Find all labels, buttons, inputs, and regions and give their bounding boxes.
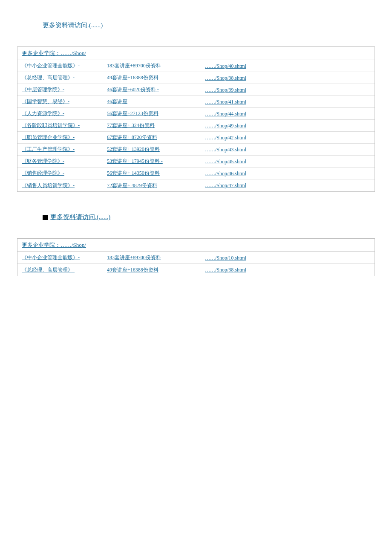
- col3-link[interactable]: ……/Shop/38.shtml: [205, 267, 246, 273]
- table2: 更多企业学院：……/Shop/ 《中小企业管理全能版》- 183套讲座+8970…: [17, 238, 375, 276]
- col3-cell: ……/Shop/42.shtml: [205, 134, 370, 141]
- col3-link[interactable]: ……/Shop/46.shtml: [205, 171, 246, 176]
- col2-cell: 67套讲座+ 8720份资料: [107, 134, 205, 141]
- col3-cell: ……/Shop/40.shtml: [205, 63, 370, 69]
- col3-cell: ……/Shop/38.shtml: [205, 75, 370, 81]
- col1-cell: 《中小企业管理全能版》-: [22, 62, 107, 69]
- col3-link[interactable]: ……/Shop/41.shtml: [205, 99, 246, 105]
- col1-link[interactable]: 《中层管理学院》-: [22, 87, 64, 92]
- col1-cell: 《总经理、高层管理》-: [22, 266, 107, 274]
- col3-cell: ……/Shop/47.shtml: [205, 182, 370, 189]
- col3-cell: ……/Shop/49.shtml: [205, 122, 370, 129]
- table-row: 《销售经理学院》- 56套讲座+ 14350份资料 ……/Shop/46.sht…: [17, 168, 375, 179]
- col2-link[interactable]: 46套讲座: [107, 98, 127, 104]
- col1-link[interactable]: 《中小企业管理全能版》-: [22, 254, 80, 260]
- col2-link[interactable]: 67套讲座+ 8720份资料: [107, 134, 157, 140]
- col3-link[interactable]: ……/Shop/42.shtml: [205, 135, 246, 141]
- col1-link[interactable]: 《销售经理学院》-: [22, 170, 64, 176]
- col2-link[interactable]: 72套讲座+ 4879份资料: [107, 182, 157, 188]
- col2-link[interactable]: 183套讲座+89700份资料: [107, 63, 161, 69]
- col3-link[interactable]: ……/Shop/47.shtml: [205, 182, 246, 188]
- col2-link[interactable]: 52套讲座+ 13920份资料: [107, 146, 160, 152]
- col1-cell: 《销售经理学院》-: [22, 170, 107, 177]
- top-visit-link[interactable]: 更多资料请访问.(......): [43, 22, 103, 29]
- col3-link[interactable]: ……/Shop/44.shtml: [205, 111, 246, 117]
- col2-cell: 49套讲座+16388份资料: [107, 266, 205, 274]
- col1-link[interactable]: 《各阶段职员培训学院》-: [22, 122, 80, 128]
- table-row: 《工厂生产管理学院》- 52套讲座+ 13920份资料 ……/Shop/43.s…: [17, 144, 375, 156]
- col1-link[interactable]: 《总经理、高层管理》-: [22, 75, 75, 81]
- col3-cell: ……/Shop/10.shtml: [205, 254, 370, 261]
- col1-cell: 《职员管理企业学院》-: [22, 134, 107, 141]
- col1-link[interactable]: 《财务管理学院》-: [22, 158, 64, 164]
- table1-header-link[interactable]: 更多企业学院：……/Shop/: [22, 50, 86, 56]
- table2-header-link[interactable]: 更多企业学院：……/Shop/: [22, 242, 86, 248]
- col1-link[interactable]: 《工厂生产管理学院》-: [22, 146, 75, 152]
- col1-link[interactable]: 《中小企业管理全能版》-: [22, 63, 80, 69]
- col2-cell: 56套讲座+27123份资料: [107, 110, 205, 117]
- col2-link[interactable]: 183套讲座+89700份资料: [107, 254, 161, 260]
- table-row: 《总经理、高层管理》- 49套讲座+16388份资料 ……/Shop/38.sh…: [17, 264, 375, 276]
- col3-link[interactable]: ……/Shop/10.shtml: [205, 255, 246, 261]
- table-row: 《财务管理学院》- 53套讲座+ 17945份资料 - ……/Shop/45.s…: [17, 156, 375, 168]
- col2-link[interactable]: 56套讲座+ 14350份资料: [107, 170, 160, 176]
- col1-cell: 《中层管理学院》-: [22, 86, 107, 93]
- table-row: 《中层管理学院》- 46套讲座+6020份资料 - ……/Shop/39.sht…: [17, 84, 375, 96]
- col2-link[interactable]: 49套讲座+16388份资料: [107, 75, 159, 81]
- table-row: 《职员管理企业学院》- 67套讲座+ 8720份资料 ……/Shop/42.sh…: [17, 132, 375, 144]
- col3-cell: ……/Shop/43.shtml: [205, 146, 370, 153]
- col2-link[interactable]: 77套讲座+ 324份资料: [107, 122, 155, 128]
- table-row: 《总经理、高层管理》- 49套讲座+16388份资料 ……/Shop/38.sh…: [17, 72, 375, 84]
- table1: 更多企业学院：……/Shop/ 《中小企业管理全能版》- 183套讲座+8970…: [17, 46, 375, 192]
- top-link-section: 更多资料请访问.(......): [17, 9, 375, 38]
- col3-cell: ……/Shop/39.shtml: [205, 87, 370, 93]
- col2-cell: 53套讲座+ 17945份资料 -: [107, 158, 205, 165]
- table-row: 《销售人员培训学院》- 72套讲座+ 4879份资料 ……/Shop/47.sh…: [17, 179, 375, 191]
- black-square-icon: [43, 215, 48, 220]
- col3-link[interactable]: ……/Shop/43.shtml: [205, 147, 246, 153]
- col1-link[interactable]: 《职员管理企业学院》-: [22, 134, 75, 140]
- table2-header-row: 更多企业学院：……/Shop/: [17, 239, 375, 252]
- col2-cell: 77套讲座+ 324份资料: [107, 122, 205, 129]
- col1-cell: 《国学智慧、易经》-: [22, 98, 107, 105]
- col3-link[interactable]: ……/Shop/38.shtml: [205, 75, 246, 81]
- col2-link[interactable]: 49套讲座+16388份资料: [107, 267, 159, 273]
- col3-cell: ……/Shop/45.shtml: [205, 158, 370, 165]
- col1-cell: 《工厂生产管理学院》-: [22, 146, 107, 153]
- col2-cell: 49套讲座+16388份资料: [107, 74, 205, 81]
- table-row: 《中小企业管理全能版》- 183套讲座+89700份资料 ……/Shop/40.…: [17, 60, 375, 72]
- table-row: 《国学智慧、易经》- 46套讲座 ……/Shop/41.shtml: [17, 96, 375, 108]
- col3-link[interactable]: ……/Shop/45.shtml: [205, 159, 246, 165]
- col2-cell: 46套讲座+6020份资料 -: [107, 86, 205, 93]
- col1-cell: 《中小企业管理全能版》-: [22, 254, 107, 261]
- col2-cell: 56套讲座+ 14350份资料: [107, 170, 205, 177]
- col3-link[interactable]: ……/Shop/39.shtml: [205, 87, 246, 93]
- col1-cell: 《总经理、高层管理》-: [22, 74, 107, 81]
- col1-link[interactable]: 《销售人员培训学院》-: [22, 182, 75, 188]
- col3-cell: ……/Shop/44.shtml: [205, 110, 370, 117]
- col3-link[interactable]: ……/Shop/49.shtml: [205, 123, 246, 129]
- col1-link[interactable]: 《人力资源学院》-: [22, 110, 64, 116]
- col1-link[interactable]: 《总经理、高层管理》-: [22, 267, 75, 273]
- mid-visit-link[interactable]: 更多资料请访问.(......): [50, 213, 110, 221]
- col3-cell: ……/Shop/38.shtml: [205, 266, 370, 273]
- table1-header-row: 更多企业学院：……/Shop/: [17, 47, 375, 60]
- col2-cell: 46套讲座: [107, 98, 205, 105]
- col2-cell: 183套讲座+89700份资料: [107, 62, 205, 69]
- col2-cell: 52套讲座+ 13920份资料: [107, 146, 205, 153]
- col1-cell: 《人力资源学院》-: [22, 110, 107, 117]
- col2-link[interactable]: 46套讲座+6020份资料 -: [107, 87, 159, 92]
- table-row: 《人力资源学院》- 56套讲座+27123份资料 ……/Shop/44.shtm…: [17, 108, 375, 120]
- col1-cell: 《财务管理学院》-: [22, 158, 107, 165]
- col1-link[interactable]: 《国学智慧、易经》-: [22, 98, 69, 104]
- col2-cell: 72套讲座+ 4879份资料: [107, 182, 205, 189]
- col1-cell: 《各阶段职员培训学院》-: [22, 122, 107, 129]
- col2-link[interactable]: 56套讲座+27123份资料: [107, 110, 159, 116]
- col3-cell: ……/Shop/41.shtml: [205, 98, 370, 105]
- table-row: 《中小企业管理全能版》- 183套讲座+89700份资料 ……/Shop/10.…: [17, 252, 375, 264]
- col3-link[interactable]: ……/Shop/40.shtml: [205, 63, 246, 69]
- col1-cell: 《销售人员培训学院》-: [22, 182, 107, 189]
- mid-section: 更多资料请访问.(......): [17, 200, 375, 230]
- col2-link[interactable]: 53套讲座+ 17945份资料 -: [107, 158, 163, 164]
- col2-cell: 183套讲座+89700份资料: [107, 254, 205, 261]
